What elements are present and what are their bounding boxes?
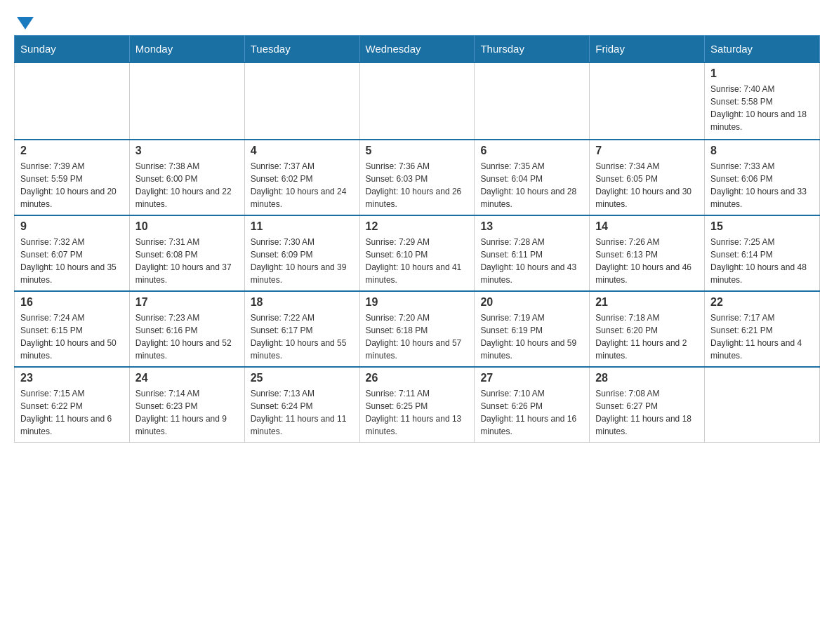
day-info: Sunrise: 7:15 AMSunset: 6:22 PMDaylight:… xyxy=(20,387,124,438)
day-number: 4 xyxy=(251,145,354,157)
calendar-cell xyxy=(15,62,130,140)
day-info: Sunrise: 7:13 AMSunset: 6:24 PMDaylight:… xyxy=(251,387,354,438)
calendar-cell xyxy=(705,367,820,443)
day-info: Sunrise: 7:18 AMSunset: 6:20 PMDaylight:… xyxy=(595,311,699,362)
calendar-cell: 15Sunrise: 7:25 AMSunset: 6:14 PMDayligh… xyxy=(705,215,820,291)
day-info: Sunrise: 7:08 AMSunset: 6:27 PMDaylight:… xyxy=(595,387,699,438)
day-info: Sunrise: 7:28 AMSunset: 6:11 PMDaylight:… xyxy=(480,236,583,286)
calendar-table: SundayMondayTuesdayWednesdayThursdayFrid… xyxy=(14,35,820,443)
calendar-cell: 11Sunrise: 7:30 AMSunset: 6:09 PMDayligh… xyxy=(244,215,359,291)
calendar-cell: 24Sunrise: 7:14 AMSunset: 6:23 PMDayligh… xyxy=(129,367,244,443)
calendar-cell: 27Sunrise: 7:10 AMSunset: 6:26 PMDayligh… xyxy=(475,367,590,443)
day-info: Sunrise: 7:29 AMSunset: 6:10 PMDaylight:… xyxy=(366,236,469,286)
day-number: 11 xyxy=(251,220,354,233)
calendar-cell xyxy=(244,62,359,140)
day-number: 19 xyxy=(366,296,469,309)
calendar-cell: 3Sunrise: 7:38 AMSunset: 6:00 PMDaylight… xyxy=(129,140,244,215)
day-info: Sunrise: 7:14 AMSunset: 6:23 PMDaylight:… xyxy=(135,387,239,438)
day-number: 2 xyxy=(20,145,124,157)
calendar-cell: 8Sunrise: 7:33 AMSunset: 6:06 PMDaylight… xyxy=(705,140,820,215)
calendar-cell: 28Sunrise: 7:08 AMSunset: 6:27 PMDayligh… xyxy=(590,367,705,443)
day-info: Sunrise: 7:33 AMSunset: 6:06 PMDaylight:… xyxy=(710,160,814,210)
calendar-cell: 16Sunrise: 7:24 AMSunset: 6:15 PMDayligh… xyxy=(15,291,130,367)
calendar-cell: 2Sunrise: 7:39 AMSunset: 5:59 PMDaylight… xyxy=(15,140,130,215)
day-info: Sunrise: 7:37 AMSunset: 6:02 PMDaylight:… xyxy=(251,160,354,210)
day-info: Sunrise: 7:38 AMSunset: 6:00 PMDaylight:… xyxy=(135,160,239,210)
day-info: Sunrise: 7:30 AMSunset: 6:09 PMDaylight:… xyxy=(251,236,354,286)
weekday-header-thursday: Thursday xyxy=(475,36,590,63)
weekday-header-row: SundayMondayTuesdayWednesdayThursdayFrid… xyxy=(15,36,820,63)
day-number: 6 xyxy=(480,145,583,157)
day-info: Sunrise: 7:19 AMSunset: 6:19 PMDaylight:… xyxy=(480,311,583,362)
day-info: Sunrise: 7:31 AMSunset: 6:08 PMDaylight:… xyxy=(135,236,239,286)
day-info: Sunrise: 7:24 AMSunset: 6:15 PMDaylight:… xyxy=(20,311,124,362)
calendar-cell: 21Sunrise: 7:18 AMSunset: 6:20 PMDayligh… xyxy=(590,291,705,367)
weekday-header-saturday: Saturday xyxy=(705,36,820,63)
day-number: 25 xyxy=(251,372,354,384)
logo-arrow-icon xyxy=(17,17,34,29)
day-info: Sunrise: 7:25 AMSunset: 6:14 PMDaylight:… xyxy=(710,236,814,286)
day-number: 10 xyxy=(135,220,239,233)
day-info: Sunrise: 7:40 AMSunset: 5:58 PMDaylight:… xyxy=(710,83,814,133)
day-info: Sunrise: 7:34 AMSunset: 6:05 PMDaylight:… xyxy=(595,160,699,210)
week-row-1: 1Sunrise: 7:40 AMSunset: 5:58 PMDaylight… xyxy=(15,62,820,140)
day-info: Sunrise: 7:20 AMSunset: 6:18 PMDaylight:… xyxy=(366,311,469,362)
weekday-header-friday: Friday xyxy=(590,36,705,63)
weekday-header-monday: Monday xyxy=(129,36,244,63)
day-info: Sunrise: 7:11 AMSunset: 6:25 PMDaylight:… xyxy=(366,387,469,438)
logo xyxy=(14,14,34,28)
calendar-cell xyxy=(590,62,705,140)
day-info: Sunrise: 7:22 AMSunset: 6:17 PMDaylight:… xyxy=(251,311,354,362)
week-row-4: 16Sunrise: 7:24 AMSunset: 6:15 PMDayligh… xyxy=(15,291,820,367)
page-header xyxy=(14,14,820,28)
day-info: Sunrise: 7:36 AMSunset: 6:03 PMDaylight:… xyxy=(366,160,469,210)
day-number: 15 xyxy=(710,220,814,233)
day-number: 1 xyxy=(710,67,814,80)
day-number: 18 xyxy=(251,296,354,309)
day-number: 28 xyxy=(595,372,699,384)
day-number: 22 xyxy=(710,296,814,309)
calendar-cell: 13Sunrise: 7:28 AMSunset: 6:11 PMDayligh… xyxy=(475,215,590,291)
day-number: 12 xyxy=(366,220,469,233)
day-info: Sunrise: 7:26 AMSunset: 6:13 PMDaylight:… xyxy=(595,236,699,286)
weekday-header-wednesday: Wednesday xyxy=(359,36,475,63)
day-number: 13 xyxy=(480,220,583,233)
calendar-cell: 20Sunrise: 7:19 AMSunset: 6:19 PMDayligh… xyxy=(475,291,590,367)
calendar-cell: 22Sunrise: 7:17 AMSunset: 6:21 PMDayligh… xyxy=(705,291,820,367)
calendar-cell: 7Sunrise: 7:34 AMSunset: 6:05 PMDaylight… xyxy=(590,140,705,215)
day-number: 26 xyxy=(366,372,469,384)
calendar-cell: 5Sunrise: 7:36 AMSunset: 6:03 PMDaylight… xyxy=(359,140,475,215)
calendar-cell: 26Sunrise: 7:11 AMSunset: 6:25 PMDayligh… xyxy=(359,367,475,443)
day-info: Sunrise: 7:39 AMSunset: 5:59 PMDaylight:… xyxy=(20,160,124,210)
calendar-cell: 6Sunrise: 7:35 AMSunset: 6:04 PMDaylight… xyxy=(475,140,590,215)
calendar-cell: 19Sunrise: 7:20 AMSunset: 6:18 PMDayligh… xyxy=(359,291,475,367)
day-number: 17 xyxy=(135,296,239,309)
day-number: 7 xyxy=(595,145,699,157)
calendar-cell: 14Sunrise: 7:26 AMSunset: 6:13 PMDayligh… xyxy=(590,215,705,291)
calendar-cell xyxy=(359,62,475,140)
day-number: 24 xyxy=(135,372,239,384)
calendar-cell: 1Sunrise: 7:40 AMSunset: 5:58 PMDaylight… xyxy=(705,62,820,140)
calendar-cell: 23Sunrise: 7:15 AMSunset: 6:22 PMDayligh… xyxy=(15,367,130,443)
week-row-3: 9Sunrise: 7:32 AMSunset: 6:07 PMDaylight… xyxy=(15,215,820,291)
day-number: 5 xyxy=(366,145,469,157)
day-info: Sunrise: 7:35 AMSunset: 6:04 PMDaylight:… xyxy=(480,160,583,210)
calendar-cell: 18Sunrise: 7:22 AMSunset: 6:17 PMDayligh… xyxy=(244,291,359,367)
calendar-cell xyxy=(129,62,244,140)
day-info: Sunrise: 7:17 AMSunset: 6:21 PMDaylight:… xyxy=(710,311,814,362)
week-row-2: 2Sunrise: 7:39 AMSunset: 5:59 PMDaylight… xyxy=(15,140,820,215)
weekday-header-tuesday: Tuesday xyxy=(244,36,359,63)
week-row-5: 23Sunrise: 7:15 AMSunset: 6:22 PMDayligh… xyxy=(15,367,820,443)
calendar-cell: 10Sunrise: 7:31 AMSunset: 6:08 PMDayligh… xyxy=(129,215,244,291)
calendar-cell: 4Sunrise: 7:37 AMSunset: 6:02 PMDaylight… xyxy=(244,140,359,215)
calendar-cell: 17Sunrise: 7:23 AMSunset: 6:16 PMDayligh… xyxy=(129,291,244,367)
day-number: 3 xyxy=(135,145,239,157)
day-info: Sunrise: 7:10 AMSunset: 6:26 PMDaylight:… xyxy=(480,387,583,438)
day-number: 21 xyxy=(595,296,699,309)
day-number: 23 xyxy=(20,372,124,384)
day-number: 20 xyxy=(480,296,583,309)
day-number: 16 xyxy=(20,296,124,309)
calendar-cell: 12Sunrise: 7:29 AMSunset: 6:10 PMDayligh… xyxy=(359,215,475,291)
calendar-cell xyxy=(475,62,590,140)
day-number: 27 xyxy=(480,372,583,384)
